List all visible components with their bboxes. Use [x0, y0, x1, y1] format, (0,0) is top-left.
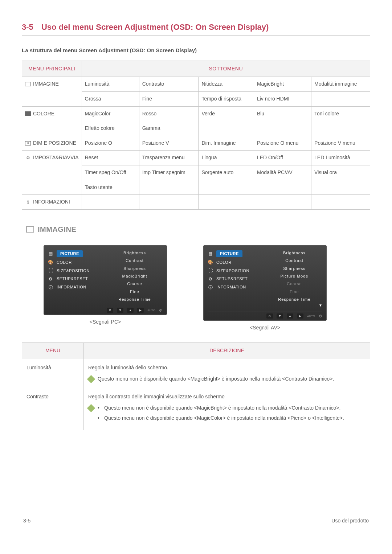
cell: Grossa	[82, 91, 139, 106]
menu-glyph-icon: ⓘ	[208, 284, 213, 291]
osd-av-column: ▦PICTURE🎨COLOR⛶SIZE&POSITION⚙SETUP&RESET…	[203, 245, 327, 332]
cell: Verde	[199, 106, 254, 121]
cell: Fine	[139, 91, 199, 106]
cell: Posizione V menu	[311, 136, 370, 151]
osd-left-label: SETUP&RESET	[216, 276, 248, 282]
main-imposta: IMPOSTA&RIAVVIA	[22, 151, 82, 195]
cell: Trasparenza menu	[139, 151, 199, 165]
cell	[199, 180, 254, 195]
page-footer: 3-5 Uso del prodotto	[22, 517, 370, 525]
cell: Nitidezza	[199, 77, 254, 92]
cell: Posizione V	[139, 136, 199, 151]
th-desc: DESCRIZIONE	[84, 343, 370, 359]
cell: Gamma	[139, 121, 199, 136]
osd-left-item: ⓘINFORMATION	[208, 284, 262, 291]
desc-main-text: Regola la luminosità dello schermo.	[88, 364, 366, 372]
main-colore: COLORE	[22, 106, 82, 136]
osd-option: Fine	[107, 289, 163, 295]
color-icon	[25, 111, 31, 116]
osd-nav-button: ▼	[117, 308, 123, 313]
cell: Liv nero HDMI	[254, 91, 311, 106]
note-icon	[87, 404, 95, 413]
subtitle: La struttura del menu Screen Adjustment …	[22, 46, 370, 54]
cell: Posizione O menu	[254, 136, 311, 151]
osd-option: Coarse	[266, 281, 322, 287]
menu-glyph-icon: ⓘ	[48, 284, 54, 291]
osd-footer-label: AUTO	[147, 308, 155, 312]
chevron-down-icon: ▼	[266, 303, 322, 308]
osd-nav-button: ✕	[266, 313, 273, 319]
osd-left-label: SIZE&POSITION	[57, 268, 90, 274]
cell: Effetto colore	[82, 121, 139, 136]
osd-pc-caption: <Segnali PC>	[44, 319, 167, 326]
osd-option: Contrast	[107, 258, 163, 263]
section-header: 3-5 Uso del menu Screen Adjustment (OSD:…	[22, 22, 370, 36]
note-text: Questo menu non è disponibile quando <Ma…	[98, 415, 344, 422]
cell: Imp Timer spegnim	[139, 165, 199, 180]
cell: Rosso	[139, 106, 199, 121]
cell: Toni colore	[311, 106, 370, 121]
osd-nav-button: ▲	[127, 308, 134, 313]
menu-glyph-icon: ⚙	[208, 276, 213, 282]
immagine-heading: IMMAGINE	[26, 224, 370, 234]
immagine-heading-label: IMMAGINE	[38, 224, 76, 234]
cell	[311, 195, 370, 210]
th-submenu: SOTTOMENU	[82, 61, 370, 77]
menu-glyph-icon: 🎨	[208, 259, 213, 266]
menu-glyph-icon: ⚙	[48, 276, 54, 282]
osd-option: MagicBright	[107, 274, 163, 279]
osd-tab-active: PICTURE	[216, 250, 242, 257]
osd-tab-active: PICTURE	[57, 250, 83, 257]
osd-left-label: SIZE&POSITION	[216, 268, 249, 274]
osd-footer-label: ⏻	[319, 314, 322, 318]
menu-structure-table: MENU PRINCIPALI SOTTOMENU IMMAGINE Lumin…	[22, 61, 370, 210]
cell: Lingua	[199, 151, 254, 165]
osd-av-caption: <Segnali AV>	[203, 324, 327, 332]
picture-icon: ▦	[208, 251, 213, 257]
cell	[311, 91, 370, 106]
osd-option: Contrast	[266, 258, 322, 263]
cell: MagicBright	[254, 77, 311, 92]
cell: Reset	[82, 151, 139, 165]
description-table: MENU DESCRIZIONE Luminosità Regola la lu…	[22, 342, 370, 430]
osd-left-item: ⓘINFORMATION	[48, 284, 102, 291]
cell	[311, 121, 370, 136]
osd-nav-button: ▼	[277, 313, 283, 319]
cell: Luminosità	[82, 77, 139, 92]
osd-option: Response Time	[107, 297, 163, 302]
menu-glyph-icon: ⛶	[48, 268, 54, 274]
osd-nav-button: ▲	[287, 313, 293, 319]
cell: LED On/Off	[254, 151, 311, 165]
section-title: Uso del menu Screen Adjustment (OSD: On …	[41, 22, 269, 33]
main-immagine: IMMAGINE	[22, 77, 82, 106]
osd-nav-button: ✕	[107, 308, 113, 313]
desc-menu: Luminosità	[22, 359, 84, 388]
osd-left-label: SETUP&RESET	[57, 276, 88, 282]
cell: Timer speg On/Off	[82, 165, 139, 180]
cell: Posizione O	[82, 136, 139, 151]
osd-left-item: ⚙SETUP&RESET	[208, 276, 262, 282]
cell: Tempo di risposta	[199, 91, 254, 106]
osd-option: Coarse	[107, 281, 163, 287]
desc-main-text: Regola il contrasto delle immagini visua…	[88, 393, 366, 401]
osd-option: Picture Mode	[266, 274, 322, 279]
section-number: 3-5	[22, 22, 33, 33]
picture-icon	[26, 226, 34, 233]
osd-left-item: 🎨COLOR	[208, 259, 262, 266]
osd-left-item: ⛶SIZE&POSITION	[208, 268, 262, 274]
menu-glyph-icon: ⛶	[208, 268, 213, 274]
cell	[254, 195, 311, 210]
cell	[139, 180, 199, 195]
th-main: MENU PRINCIPALI	[22, 61, 82, 77]
cell: Modalità immagine	[311, 77, 370, 92]
osd-pc-column: ▦PICTURE🎨COLOR⛶SIZE&POSITION⚙SETUP&RESET…	[44, 245, 167, 332]
cell: LED Luminosità	[311, 151, 370, 165]
picture-icon: ▦	[48, 251, 54, 257]
osd-footer-label: AUTO	[307, 314, 315, 318]
info-icon	[25, 200, 31, 204]
cell: Dim. Immagine	[199, 136, 254, 151]
cell	[82, 195, 139, 210]
menu-glyph-icon: 🎨	[48, 259, 54, 266]
osd-option: Sharpness	[107, 266, 163, 271]
osd-left-item: 🎨COLOR	[48, 259, 102, 266]
